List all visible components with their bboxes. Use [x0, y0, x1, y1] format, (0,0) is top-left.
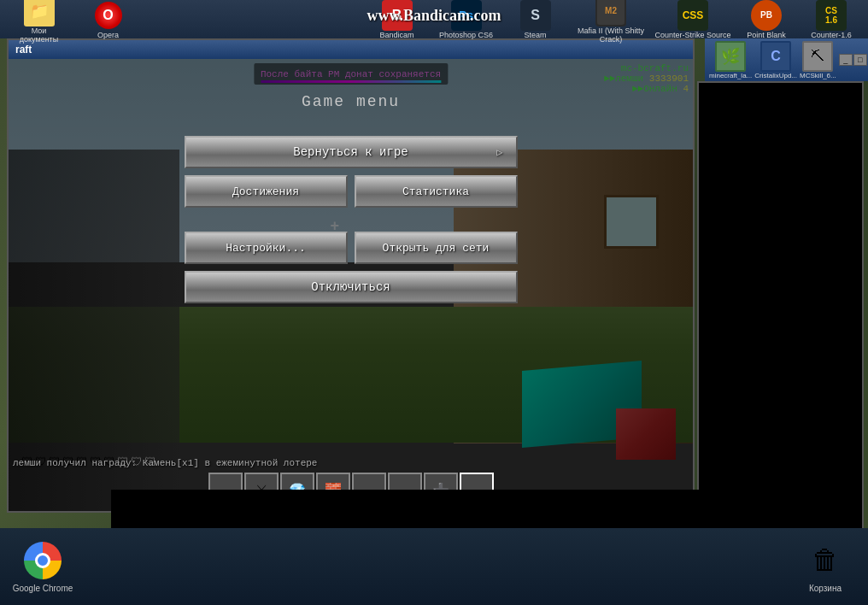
taskbar-label-bandicam: Bandicam [379, 31, 413, 39]
menu-row-achievements-stats: Достижения Статистика [185, 175, 518, 208]
second-window [697, 81, 864, 547]
taskbar-item-recycle-bin[interactable]: 🗑 Корзина [791, 540, 859, 594]
taskbar-item-minecraft-la[interactable]: 🌿 minecraft_la... [709, 41, 752, 79]
taskbar-item-mafia2[interactable]: M2 Mafia II (With Shitty Crack) [572, 0, 649, 44]
menu-row-settings-network: Настройки... Открыть для сети [185, 232, 518, 264]
taskbar-item-point-blank[interactable]: PB Point Blank [736, 0, 796, 39]
game-title: raft [15, 44, 32, 56]
taskbar-item-steam[interactable]: S Steam [503, 0, 567, 39]
taskbar-item-my-documents[interactable]: 📁 Моидокументы [7, 0, 71, 44]
return-to-game-button[interactable]: Вернуться к игре ▷ [185, 136, 518, 168]
black-strip [111, 490, 842, 528]
maximize-button[interactable]: □ [853, 54, 867, 66]
taskbar-label-counter-16: Counter-1.6 [811, 31, 852, 39]
statistics-button[interactable]: Статистика [355, 175, 518, 208]
taskbar-item-chrome[interactable]: Google Chrome [9, 540, 77, 594]
disconnect-button[interactable]: Отключиться [185, 271, 518, 303]
taskbar-label-steam: Steam [524, 31, 546, 39]
chrome-label: Google Chrome [13, 584, 73, 594]
game-window[interactable]: raft После байта РМ донат сохраняется [7, 38, 695, 513]
game-menu-overlay: Game menu Вернуться к игре ▷ Достижения … [9, 59, 693, 511]
taskbar-item-mcskill[interactable]: ⛏ MCSkill_6... [800, 41, 836, 79]
bandicam-watermark: www.Bandicam.com [367, 7, 501, 25]
game-menu-title: Game menu [302, 93, 400, 110]
mcskill-label: MCSkill_6... [800, 72, 836, 79]
taskbar-label-my-documents: Моидокументы [20, 26, 58, 44]
taskbar: Google Chrome 🗑 Корзина [0, 528, 868, 605]
recycle-bin-label: Корзина [809, 584, 842, 594]
taskbar-item-opera[interactable]: O Opera [76, 0, 140, 39]
game-content[interactable]: После байта РМ донат сохраняется + mc-bc… [9, 59, 693, 511]
taskbar-label-opera: Opera [97, 31, 119, 39]
minimize-button[interactable]: _ [839, 54, 853, 66]
taskbar-item-cristalix[interactable]: C CristalixUpd... [754, 41, 797, 79]
chat-text: лемши получил награду: Камень[x1] в ежем… [13, 458, 317, 468]
open-network-button[interactable]: Открыть для сети [355, 232, 518, 264]
cursor-indicator: ▷ [496, 146, 502, 159]
desktop: 📁 Моидокументы O Opera www.Bandicam.com … [0, 0, 868, 605]
top-taskbar: 📁 Моидокументы O Opera www.Bandicam.com … [0, 0, 868, 38]
taskbar-item-cs-source[interactable]: CSS Counter-Strike Source [654, 0, 731, 39]
taskbar-label-mafia2: Mafia II (With Shitty Crack) [572, 26, 649, 44]
chrome-icon [22, 540, 63, 581]
taskbar-item-counter-16[interactable]: CS1.6 Counter-1.6 [801, 0, 861, 39]
recycle-bin-icon: 🗑 [805, 540, 846, 581]
taskbar-label-photoshop: Photoshop CS6 [439, 31, 493, 39]
mc-la-label: minecraft_la... [709, 72, 752, 79]
taskbar-label-point-blank: Point Blank [747, 31, 786, 39]
cristalix-label: CristalixUpd... [754, 72, 797, 79]
taskbar-label-cs-source: Counter-Strike Source [654, 31, 730, 39]
settings-button[interactable]: Настройки... [185, 232, 348, 264]
achievements-button[interactable]: Достижения [185, 175, 348, 208]
